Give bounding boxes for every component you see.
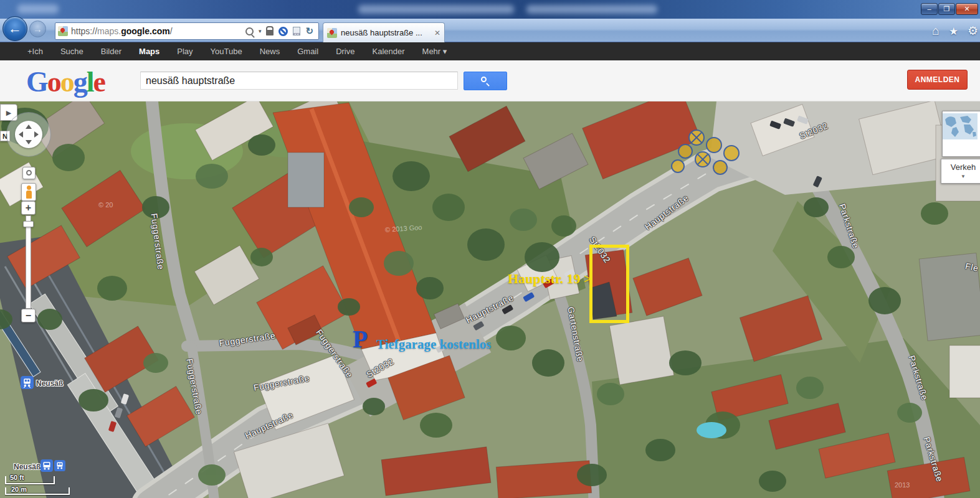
- train-station-icon[interactable]: [54, 459, 65, 472]
- nav-mehr[interactable]: Mehr ▾: [414, 42, 456, 60]
- annotation-parking-p: P: [353, 324, 368, 354]
- chevron-down-icon: ▾: [443, 47, 447, 56]
- tab-title: neusäß hauptstraße ...: [341, 28, 432, 37]
- nav-youtube[interactable]: YouTube: [202, 42, 251, 60]
- compatibility-view-icon[interactable]: [293, 27, 300, 35]
- blurred-window-title: [526, 5, 657, 14]
- pan-down-icon[interactable]: [26, 140, 32, 144]
- pan-right-icon[interactable]: [34, 131, 39, 138]
- map-type-button[interactable]: Karte: [942, 111, 980, 157]
- back-button[interactable]: ←: [2, 16, 27, 41]
- chevron-down-icon: ▼: [941, 176, 980, 178]
- nav-news[interactable]: News: [251, 42, 289, 60]
- ie-window: – ❐ ✕ ← → https://maps.google.com/ ▾ ↻ n…: [0, 0, 980, 498]
- tab-close-icon[interactable]: ✕: [434, 29, 440, 37]
- dot-icon: [26, 170, 32, 176]
- nav-kalender[interactable]: Kalender: [364, 42, 414, 60]
- forward-button[interactable]: →: [29, 21, 46, 37]
- pan-core[interactable]: [15, 121, 42, 148]
- world-map-thumbnail: [943, 113, 978, 139]
- restore-button[interactable]: ❐: [938, 3, 955, 15]
- close-button[interactable]: ✕: [956, 3, 978, 15]
- google-logo[interactable]: Google: [26, 65, 105, 98]
- minimize-button[interactable]: –: [921, 3, 938, 15]
- zoom-in-button[interactable]: +: [21, 201, 36, 215]
- aerial-imagery[interactable]: [0, 101, 980, 498]
- tracking-protection-icon[interactable]: [278, 27, 288, 36]
- bus-stop-icon[interactable]: [40, 459, 53, 472]
- scale-bracket: [5, 476, 55, 484]
- station-label: Neusäß: [14, 463, 40, 471]
- tools-gear-icon[interactable]: ⚙: [968, 24, 978, 38]
- highlight-rectangle: [589, 245, 629, 323]
- blurred-window-title: [358, 5, 514, 14]
- zoom-slider-handle[interactable]: [23, 221, 34, 227]
- search-button[interactable]: [464, 72, 507, 90]
- traffic-label: Verkeh: [951, 162, 976, 172]
- maps-favicon-icon: [327, 28, 337, 38]
- swimming-pool: [697, 422, 726, 438]
- nav-maps[interactable]: Maps: [130, 42, 168, 60]
- pan-left-icon[interactable]: [19, 131, 23, 138]
- url-text: https://maps.google.com/: [71, 26, 243, 36]
- lock-icon: [266, 30, 274, 35]
- home-icon[interactable]: ⌂: [932, 24, 940, 38]
- reset-view-button[interactable]: [22, 167, 36, 179]
- browser-tab[interactable]: neusäß hauptstraße ... ✕: [323, 22, 445, 42]
- train-station-icon[interactable]: [21, 376, 34, 389]
- google-navbar: +Ich Suche Bilder Maps Play YouTube News…: [0, 42, 980, 60]
- map-viewport[interactable]: Fuggerstraße Fuggerstraße Fuggerstraße F…: [0, 101, 980, 498]
- google-header: Google ANMELDEN: [0, 60, 980, 101]
- signin-button[interactable]: ANMELDEN: [907, 70, 968, 90]
- nav-gmail[interactable]: Gmail: [288, 42, 327, 60]
- traffic-layer-button[interactable]: Verkeh ▼: [941, 159, 980, 184]
- zoom-slider-track[interactable]: [26, 215, 31, 309]
- maps-favicon-icon: [58, 26, 68, 36]
- station-label: Neusäß: [36, 379, 63, 388]
- blurred-app-icon: [17, 4, 59, 14]
- search-icon[interactable]: [245, 27, 254, 35]
- nav-ich[interactable]: +Ich: [19, 42, 52, 60]
- search-box: [140, 72, 458, 90]
- scale-bracket: [5, 487, 70, 495]
- nav-bilder[interactable]: Bilder: [92, 42, 130, 60]
- annotation-parking-text: Tiefgarage kostenlos: [376, 337, 492, 352]
- nav-drive[interactable]: Drive: [327, 42, 363, 60]
- window-titlebar: – ❐ ✕: [0, 0, 980, 19]
- pan-control[interactable]: [6, 112, 51, 157]
- nav-suche[interactable]: Suche: [52, 42, 92, 60]
- pan-up-icon[interactable]: [26, 125, 32, 129]
- nav-play[interactable]: Play: [168, 42, 201, 60]
- copyright-watermark: 2013: [895, 481, 910, 489]
- chevron-down-icon[interactable]: ▾: [259, 28, 262, 34]
- annotation-hauptstr19: Hauptstr. 19 >: [508, 271, 592, 287]
- search-input[interactable]: [141, 72, 457, 89]
- favorites-star-icon[interactable]: ★: [949, 25, 958, 38]
- zoom-out-button[interactable]: −: [21, 309, 36, 322]
- copyright-watermark: © 20: [98, 201, 113, 209]
- pegman-icon: [26, 186, 32, 199]
- address-bar[interactable]: https://maps.google.com/ ▾ ↻: [55, 22, 319, 40]
- pegman-streetview-button[interactable]: [21, 183, 36, 201]
- search-icon: [481, 77, 487, 82]
- refresh-icon[interactable]: ↻: [305, 26, 313, 37]
